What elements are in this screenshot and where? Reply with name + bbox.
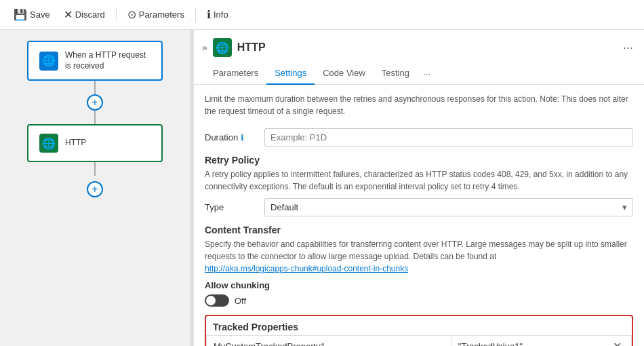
- tracked-properties-title: Tracked Properties: [206, 316, 632, 335]
- main-layout: 🌐 When a HTTP request is received + 🌐 HT…: [0, 30, 644, 346]
- settings-info-text: Limit the maximum duration between the r…: [205, 94, 628, 116]
- action-node[interactable]: 🌐 HTTP: [27, 124, 163, 162]
- discard-button[interactable]: ✕ Discard: [58, 5, 110, 24]
- action-label: HTTP: [65, 138, 86, 149]
- duration-label: Duration ℹ: [205, 132, 259, 142]
- type-row: Type Default ▾: [205, 198, 633, 216]
- parameters-label: Parameters: [139, 9, 184, 20]
- tracked-value-1[interactable]: "TrackedValue1" ✕: [451, 336, 631, 347]
- add-step-button-2[interactable]: +: [87, 181, 103, 197]
- chevron-down-icon: ▾: [622, 202, 627, 212]
- duration-row: Duration ℹ: [205, 128, 633, 147]
- tab-code-view[interactable]: Code View: [315, 62, 374, 85]
- toggle-knob: [206, 296, 216, 305]
- settings-info: Limit the maximum duration between the r…: [205, 90, 633, 123]
- retry-policy-title: Retry Policy: [205, 155, 633, 166]
- tab-more[interactable]: ···: [418, 63, 436, 84]
- type-value: Default: [270, 202, 298, 212]
- tracked-clear-button-1[interactable]: ✕: [610, 340, 624, 346]
- discard-icon: ✕: [64, 8, 73, 21]
- duration-input[interactable]: [264, 128, 633, 147]
- right-panel: » 🌐 HTTP ··· Parameters Settings Code Vi…: [194, 30, 644, 346]
- add-step-button-1[interactable]: +: [87, 94, 103, 111]
- tracked-row-1: MyCustomTrackedProperty1 "TrackedValue1"…: [207, 336, 632, 347]
- trigger-icon: 🌐: [39, 52, 58, 71]
- save-icon: 💾: [14, 8, 27, 21]
- info-icon: ℹ: [207, 8, 211, 21]
- toggle-row: Off: [205, 294, 633, 307]
- panel-more-icon[interactable]: ···: [623, 41, 633, 55]
- tab-testing[interactable]: Testing: [374, 62, 418, 85]
- separator: [116, 8, 117, 22]
- discard-label: Discard: [75, 9, 105, 20]
- tracked-properties-section: Tracked Properties MyCustomTrackedProper…: [205, 315, 633, 346]
- tab-bar: Parameters Settings Code View Testing ··…: [194, 62, 644, 85]
- connector-line-3: [94, 162, 96, 176]
- panel-title-icon: 🌐: [213, 38, 232, 57]
- save-label: Save: [30, 9, 50, 20]
- content-transfer-title: Content Transfer: [205, 225, 633, 235]
- panel-content: Limit the maximum duration between the r…: [194, 85, 644, 346]
- type-select[interactable]: Default ▾: [264, 198, 633, 216]
- info-label: Info: [214, 9, 228, 20]
- retry-policy-desc: A retry policy applies to intermittent f…: [205, 168, 633, 193]
- connector-line-2: [94, 111, 96, 124]
- tab-settings[interactable]: Settings: [266, 62, 315, 85]
- duration-info-icon: ℹ: [241, 133, 244, 142]
- left-panel: 🌐 When a HTTP request is received + 🌐 HT…: [0, 30, 190, 346]
- trigger-node[interactable]: 🌐 When a HTTP request is received: [27, 41, 163, 81]
- trigger-label: When a HTTP request is received: [65, 50, 150, 71]
- type-label: Type: [205, 202, 259, 212]
- toolbar: 💾 Save ✕ Discard ⊙ Parameters ℹ Info: [0, 0, 644, 30]
- panel-title: HTTP: [237, 41, 618, 54]
- allow-chunking-label: Allow chunking: [205, 280, 633, 290]
- tracked-key-1[interactable]: MyCustomTrackedProperty1: [207, 336, 451, 347]
- allow-chunking-toggle[interactable]: [205, 294, 229, 307]
- toggle-state-label: Off: [235, 296, 246, 306]
- info-button[interactable]: ℹ Info: [201, 5, 234, 24]
- content-transfer-link[interactable]: http://aka.ms/logicapps-chunk#upload-con…: [205, 264, 408, 273]
- tab-parameters[interactable]: Parameters: [205, 62, 266, 85]
- expand-icon[interactable]: »: [202, 42, 207, 53]
- parameters-icon: ⊙: [127, 8, 136, 21]
- save-button[interactable]: 💾 Save: [8, 5, 56, 24]
- action-icon: 🌐: [39, 134, 58, 153]
- connector-line-1: [94, 81, 96, 94]
- separator2: [195, 8, 196, 22]
- tracked-properties-table: MyCustomTrackedProperty1 "TrackedValue1"…: [206, 335, 632, 346]
- content-transfer-desc: Specify the behavior and capabilities fo…: [205, 238, 633, 275]
- panel-header: » 🌐 HTTP ···: [194, 30, 644, 57]
- parameters-button[interactable]: ⊙ Parameters: [122, 5, 190, 24]
